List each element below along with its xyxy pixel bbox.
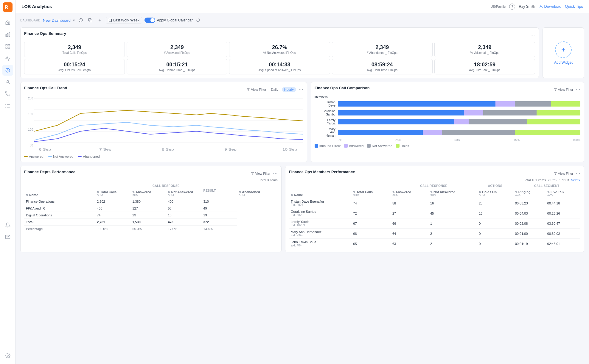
table-row: Geraldine SambuExt. 3827227451500:04:030… [289,208,580,218]
sidebar-item-reports[interactable] [2,53,13,64]
trend-tab-hourly[interactable]: Hourly [282,87,296,92]
members-label: Members [315,96,580,99]
add-widget-label[interactable]: Add Widget [554,60,573,65]
legend-dot-abandoned [78,156,82,157]
metric-label: Avg. FinOps Call Length [27,68,122,72]
sidebar-item-grid[interactable] [2,41,13,52]
bar-holds-geraldine [537,110,580,115]
dashboard-area: DASHBOARD New Dashboard ▾ Last Work Week… [15,13,589,364]
global-calendar-toggle[interactable] [144,18,155,23]
axis-100: 100% [573,138,580,142]
bar-holds-maryann [515,130,580,135]
metric-card: 2,349# Abandoned _ FinOps [332,42,433,57]
svg-text:9 Sep: 9 Sep [224,148,237,151]
dept-cell-answered: 127 [130,205,166,212]
legend-abandoned: Abandoned [78,155,100,158]
dept-view-filter[interactable]: View Filter [251,172,271,175]
next-button[interactable]: Next > [571,178,580,182]
bar-label-tristan: TristanDave [315,101,335,107]
metric-grid-row2: 00:15:24Avg. FinOps Call Length00:15:21A… [24,59,535,74]
download-button[interactable]: Download [539,4,561,9]
copy-button[interactable] [87,17,94,24]
comparison-view-filter[interactable]: View Filter [554,88,573,91]
copy-icon [88,18,92,22]
dept-cell-abandoned: 310 [201,198,237,205]
bar-answered-lorely [454,119,469,124]
svg-point-16 [5,107,6,107]
dept-col-notanswered: Not Answered [171,190,193,194]
table-row: FP&A and IR4051275849 [24,205,278,212]
comparison-menu[interactable]: ⋯ [576,87,580,92]
top-section: Finance Ops Summary ⋯ 2,349Total Calls F… [20,27,584,78]
dept-cell-abandoned: 13 [201,212,237,219]
prev-button[interactable]: < Prev [548,178,557,182]
dept-menu[interactable]: ⋯ [273,171,278,176]
sidebar-item-home[interactable] [2,17,13,28]
svg-marker-46 [554,172,557,175]
dept-col-group-row: ⇅ Name ⇅ Total CallsSUM CALL RESPONSE RE… [24,183,278,189]
sidebar-item-user[interactable] [2,77,13,88]
dept-th-abandoned[interactable]: ⇅ AbandonedSUM [237,189,278,198]
sidebar-item-analytics[interactable] [2,29,13,40]
comparison-legend: Inbound Direct Answered Not Answered Hol… [315,144,580,148]
sidebar-item-phone[interactable] [2,89,13,99]
metric-value: 00:15:24 [27,62,122,68]
global-calendar-toggle-wrap: Apply Global Calendar [144,17,202,24]
dept-cell-notanswered: 400 [166,198,201,205]
members-menu[interactable]: ⋯ [576,171,580,176]
add-widget-panel: + Add Widget [543,27,584,78]
bar-inbound-tristan [338,101,495,107]
members-th-totalcalls[interactable]: ⇅ Total CallsSUM [351,183,391,198]
sidebar-item-settings[interactable] [2,350,13,361]
legend-label-abandoned: Abandoned [83,155,100,158]
dept-cell-total: 2,302 [95,198,130,205]
legend-dot-answered-bar [344,144,348,148]
download-icon [539,4,543,9]
dept-th-name[interactable]: ⇅ Name [24,183,95,198]
quicktips-button[interactable]: Quick Tips [565,4,583,9]
sidebar-item-list[interactable] [2,101,13,111]
dashboard-name[interactable]: New Dashboard [43,18,71,23]
metric-card: 18:02:59Avg. Live Talk _ FinOps [434,59,535,74]
trend-tabs: Daily Hourly [269,87,296,92]
members-th-holds[interactable]: ⇅ Holds OnSUM [477,189,513,198]
toggle-info-icon[interactable] [195,17,202,24]
comparison-title: Finance Ops Call Comparison [315,86,370,90]
dept-th-notanswered[interactable]: ⇅ Not AnsweredSUM [166,189,201,198]
members-th-answered[interactable]: ⇅ AnsweredSUM [391,189,428,198]
members-performance-panel: Finance Ops Members Performance View Fil… [285,166,584,252]
info-button[interactable] [77,17,84,24]
members-th-name[interactable]: ⇅ Name [289,183,352,198]
sidebar-item-bell[interactable] [2,220,13,230]
metric-label: Avg. Hold Time FinOps [335,68,429,72]
dept-th-totalcalls[interactable]: ⇅ Total CallsSUM [95,183,130,198]
legend-label-answered: Answered [29,155,43,158]
bar-track-lorely [338,119,580,124]
add-widget-button[interactable]: + [555,41,572,58]
calendar-picker[interactable]: Last Work Week [106,17,142,24]
trend-tab-daily[interactable]: Daily [269,87,281,92]
dept-th-answered[interactable]: ⇅ AnsweredSUM [130,189,166,198]
trend-view-filter[interactable]: View Filter [247,88,266,91]
members-th-livetalk[interactable]: ⇅ Live TalkAVG [546,189,580,198]
bar-holds-tristan [551,101,580,107]
bar-label-maryann: MaryAnnHernan [315,127,335,137]
member-cell-name: Tristan Dave BuenaflorExt. 2927 [289,198,352,208]
trend-menu[interactable]: ⋯ [299,87,303,92]
svg-point-14 [5,104,6,105]
members-th-ringing[interactable]: ⇅ RingingAVG [513,189,546,198]
y-tick-50: 50 [24,144,33,147]
add-button[interactable] [96,17,103,24]
members-view-filter[interactable]: View Filter [554,172,573,175]
plus-icon [98,18,102,22]
summary-menu[interactable]: ⋯ [530,32,535,38]
summary-panel: Finance Ops Summary ⋯ 2,349Total Calls F… [20,27,539,78]
dashboard-dropdown-icon[interactable]: ▾ [73,18,75,22]
help-button[interactable]: ? [509,4,515,10]
svg-rect-5 [6,44,7,46]
dept-table-header: Finance Depts Performance View Filter ⋯ [24,170,278,177]
sidebar-item-mail[interactable] [2,232,13,242]
sidebar-item-lob[interactable] [2,65,13,76]
members-th-notanswered[interactable]: ⇅ Not AnsweredSUM [428,189,477,198]
metric-label: % Not Answered FinOps [232,51,327,54]
